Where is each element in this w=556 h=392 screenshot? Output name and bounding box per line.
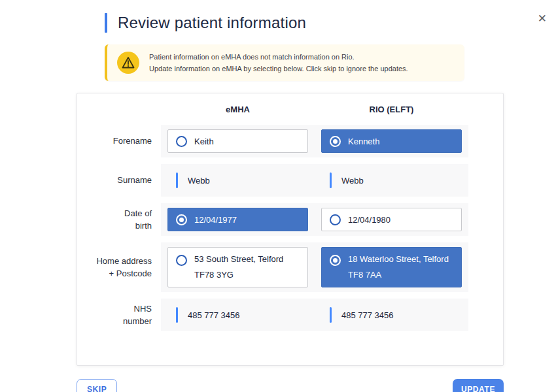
static-value-surname-rio: Webb	[321, 172, 364, 188]
row-label: NHS number	[77, 299, 161, 331]
close-icon[interactable]: ✕	[535, 10, 549, 27]
static-value: 485 777 3456	[188, 310, 240, 320]
skip-button[interactable]: SKIP	[77, 379, 117, 392]
radio-icon[interactable]	[330, 214, 341, 225]
radio-icon[interactable]	[330, 255, 341, 266]
page-title: Review patient information	[118, 14, 306, 32]
option-forename-rio[interactable]: Kenneth	[321, 129, 462, 153]
warning-triangle-icon	[117, 52, 139, 74]
option-postcode: TF78 3YG	[194, 270, 283, 280]
row-label: Date of birth	[77, 203, 161, 236]
option-dob-rio[interactable]: 12/04/1980	[321, 208, 462, 231]
option-postcode: TF8 7AA	[348, 270, 449, 280]
row-label: Forename	[77, 125, 161, 157]
match-marker-icon	[330, 172, 332, 188]
option-value: 12/04/1980	[348, 215, 391, 225]
option-address-line: 53 South Street, Telford	[194, 254, 283, 264]
warning-line-2: Update information on eMHA by selecting …	[149, 63, 408, 74]
option-dob-emha[interactable]: 12/04/1977	[167, 208, 308, 231]
option-address-emha[interactable]: 53 South Street, Telford TF78 3YG	[167, 247, 308, 287]
row-label: Surname	[77, 164, 161, 197]
option-address-rio[interactable]: 18 Waterloo Street, Telford TF8 7AA	[321, 247, 462, 287]
table-row-dob: Date of birth 12/04/1977 12/04/1980	[77, 203, 503, 236]
column-headers: eMHA RIO (ELFT)	[77, 93, 503, 125]
update-button[interactable]: UPDATE	[453, 379, 504, 392]
static-value-nhs-emha: 485 777 3456	[167, 307, 240, 323]
radio-icon[interactable]	[176, 255, 187, 266]
static-value: Webb	[341, 176, 364, 186]
footer-actions: SKIP UPDATE	[77, 379, 504, 392]
match-marker-icon	[330, 307, 332, 323]
match-marker-icon	[176, 172, 178, 188]
static-value-nhs-rio: 485 777 3456	[321, 307, 394, 323]
option-address-line: 18 Waterloo Street, Telford	[348, 254, 449, 264]
column-header-emha: eMHA	[161, 105, 315, 114]
row-label: Home address + Postcode	[77, 242, 161, 292]
match-marker-icon	[176, 307, 178, 323]
static-value: 485 777 3456	[341, 310, 394, 320]
title-block: Review patient information	[105, 13, 556, 33]
comparison-card: eMHA RIO (ELFT) Forename Keith Kenneth S…	[77, 93, 504, 366]
option-value: 12/04/1977	[194, 215, 237, 225]
static-value: Webb	[188, 176, 210, 186]
warning-banner: Patient information on eMHA does not mat…	[105, 44, 464, 81]
table-row-forename: Forename Keith Kenneth	[77, 125, 503, 157]
title-accent-bar	[105, 13, 107, 33]
radio-icon[interactable]	[176, 214, 187, 225]
radio-icon[interactable]	[176, 136, 187, 147]
table-row-address: Home address + Postcode 53 South Street,…	[77, 242, 503, 292]
radio-icon[interactable]	[330, 136, 341, 147]
warning-line-1: Patient information on eMHA does not mat…	[149, 51, 408, 63]
table-row-surname: Surname Webb Webb	[77, 164, 503, 197]
option-value: Kenneth	[348, 137, 379, 146]
table-row-nhs: NHS number 485 777 3456 485 777 3456	[77, 299, 503, 331]
option-value: Keith	[194, 137, 214, 146]
static-value-surname-emha: Webb	[167, 172, 210, 188]
option-forename-emha[interactable]: Keith	[167, 129, 308, 153]
column-header-rio: RIO (ELFT)	[315, 105, 468, 114]
warning-text: Patient information on eMHA does not mat…	[149, 51, 408, 74]
